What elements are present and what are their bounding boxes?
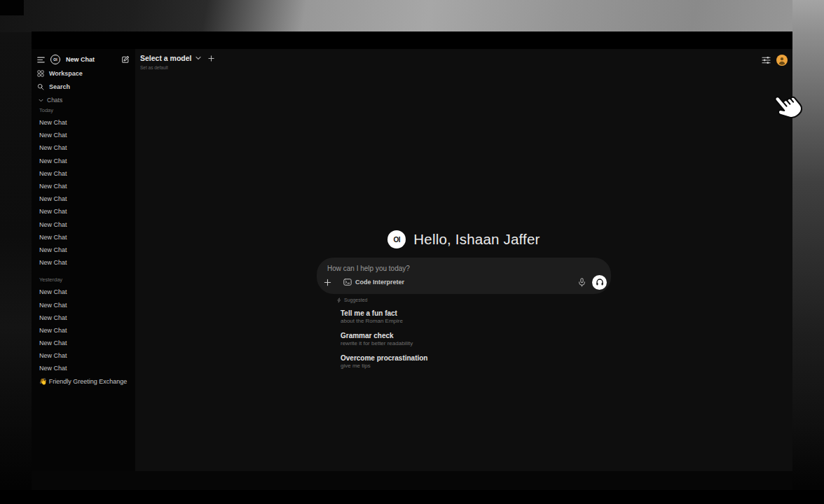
suggested-header: Suggested [337,297,611,303]
sidebar-chat-item[interactable]: New Chat [37,129,130,141]
attach-plus-icon[interactable] [324,279,331,286]
message-input[interactable]: How can I help you today? [327,265,410,272]
user-avatar[interactable] [776,55,788,66]
model-selector-label: Select a model [140,54,192,62]
voice-call-button[interactable] [592,275,607,290]
sidebar-chat-item[interactable]: New Chat [37,298,130,311]
code-interpreter-toggle[interactable]: Code Interpreter [343,279,404,286]
sidebar-toggle-icon[interactable] [37,57,45,63]
suggested-prompt-title: Overcome procrastination [341,354,611,363]
workspace-grid-icon [37,70,44,77]
chevron-down-icon [39,99,43,102]
chat-group-yesterday: New ChatNew ChatNew ChatNew ChatNew Chat… [37,286,130,388]
sidebar-chat-item[interactable]: New Chat [37,362,130,374]
suggested-list: Tell me a fun fact about the Roman Empir… [317,309,611,370]
sidebar-chat-item[interactable]: New Chat [37,192,130,205]
main-content: Select a model Set as default [135,49,792,471]
sidebar-chat-item[interactable]: New Chat [37,231,130,244]
suggested-section: Suggested Tell me a fun fact about the R… [317,297,611,376]
suggested-prompt[interactable]: Tell me a fun fact about the Roman Empir… [341,309,611,325]
search-icon [37,83,44,90]
suggested-prompt-subtitle: about the Roman Empire [341,318,611,325]
sidebar-chat-item[interactable]: New Chat [37,337,130,349]
sidebar-header: OI New Chat [37,53,130,66]
topbar-actions [762,55,788,66]
desktop-wallpaper-corner [0,0,24,15]
message-composer[interactable]: How can I help you today? Code Interpret… [317,258,611,294]
sidebar-chat-item[interactable]: New Chat [37,312,130,324]
app-logo: OI [50,55,60,64]
chevron-down-icon [195,56,201,60]
suggested-label: Suggested [344,298,367,302]
set-as-default-button[interactable]: Set as default [140,65,214,70]
sidebar-title: New Chat [66,56,95,63]
window-letterbox [32,31,792,49]
sidebar: OI New Chat Workspace Searc [32,49,135,471]
model-selector[interactable]: Select a model [140,54,214,62]
greeting-text: Hello, Ishaan Jaffer [413,231,540,248]
app-logo-large: OI [387,230,406,248]
microphone-icon[interactable] [578,278,586,287]
suggested-prompt[interactable]: Grammar check rewrite it for better read… [341,331,611,347]
sidebar-chat-item[interactable]: New Chat [37,180,130,192]
sidebar-chat-item[interactable]: 👋 Friendly Greeting Exchange [37,375,130,388]
sidebar-item-workspace[interactable]: Workspace [32,67,135,79]
bolt-icon [337,298,341,303]
composer-toolbar: Code Interpreter [324,274,607,290]
sidebar-chat-item[interactable]: New Chat [37,324,130,337]
suggested-prompt-title: Grammar check [341,331,611,340]
desktop: OI New Chat Workspace Searc [0,0,824,504]
settings-sliders-icon[interactable] [762,56,771,64]
sidebar-chat-item[interactable]: New Chat [37,155,130,167]
sidebar-chat-item[interactable]: New Chat [37,286,130,298]
sidebar-item-search[interactable]: Search [32,80,135,92]
chat-list: Today New ChatNew ChatNew ChatNew ChatNe… [32,105,135,471]
chat-group-today: New ChatNew ChatNew ChatNew ChatNew Chat… [37,116,130,269]
sidebar-chat-item[interactable]: New Chat [37,205,130,218]
sidebar-chat-item[interactable]: New Chat [37,349,130,362]
desktop-wallpaper-right [792,0,824,504]
sidebar-chat-item[interactable]: New Chat [37,141,130,154]
suggested-prompt-subtitle: give me tips [341,363,611,370]
new-chat-button[interactable] [121,55,130,64]
suggested-prompt-title: Tell me a fun fact [341,309,611,318]
sidebar-chat-item[interactable]: New Chat [37,244,130,256]
chats-section-label: Chats [47,97,62,104]
sidebar-chat-item[interactable]: New Chat [37,218,130,231]
code-interpreter-label: Code Interpreter [355,279,404,286]
suggested-prompt-subtitle: rewrite it for better readability [341,340,611,347]
chats-section-toggle[interactable]: Chats [39,95,62,105]
headphones-icon [596,278,604,286]
desktop-wallpaper-band [0,490,824,504]
greeting-hero: OI Hello, Ishaan Jaffer [135,230,792,248]
sidebar-chat-item[interactable]: New Chat [37,167,130,180]
chat-group-label-yesterday: Yesterday [37,274,130,286]
add-model-button[interactable] [208,55,214,62]
chat-group-label-today: Today [37,105,130,116]
terminal-icon [343,279,352,286]
workspace-label: Workspace [49,70,83,77]
desktop-wallpaper-left [0,32,32,504]
desktop-wallpaper-top [0,0,824,32]
search-label: Search [49,83,70,90]
app-window: OI New Chat Workspace Searc [32,31,792,471]
sidebar-chat-item[interactable]: New Chat [37,256,130,269]
suggested-prompt[interactable]: Overcome procrastination give me tips [341,354,611,370]
sidebar-chat-item[interactable]: New Chat [37,116,130,129]
model-bar: Select a model Set as default [140,54,214,70]
